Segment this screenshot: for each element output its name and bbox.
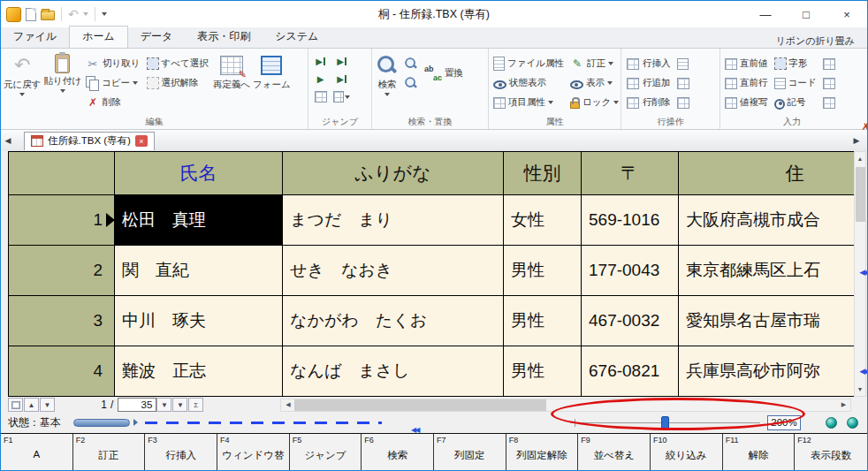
cell-name[interactable]: 関 直紀	[115, 246, 283, 296]
fkey-f1[interactable]: F1 A	[1, 434, 73, 471]
tab-close-button[interactable]: ×	[135, 135, 148, 147]
scroll-left-button[interactable]: ◀	[281, 399, 294, 411]
file-attributes-button[interactable]: ファイル属性	[491, 56, 566, 72]
fkey-f6[interactable]: F6 検索	[362, 434, 434, 471]
prev-row-button[interactable]: 直前行	[723, 75, 770, 91]
cell-address[interactable]: 東京都練馬区上石	[679, 246, 855, 296]
fkey-f12[interactable]: F12 表示段数	[795, 434, 867, 471]
cell-name[interactable]: 難波 正志	[115, 346, 283, 397]
fkey-f9[interactable]: F9 並べ替え	[578, 434, 651, 471]
cell-address[interactable]: 愛知県名古屋市瑞	[679, 296, 855, 346]
paste-button[interactable]: 貼り付け	[44, 51, 82, 93]
rowops-extra-3-button[interactable]	[675, 95, 691, 110]
prev-value-button[interactable]: 直前値	[723, 56, 770, 72]
code-button[interactable]: コード	[773, 75, 819, 91]
close-button[interactable]: ×	[826, 1, 867, 27]
cell-kana[interactable]: なんば まさし	[283, 346, 504, 397]
cell-gender[interactable]: 男性	[504, 246, 582, 296]
row-append-button[interactable]: + 行追加	[624, 75, 673, 91]
form-button[interactable]: フォーム	[253, 51, 291, 91]
split-marker-icon[interactable]: ◀◀	[859, 367, 866, 376]
delete-button[interactable]: ✗ 削除	[84, 95, 142, 110]
fkey-f7[interactable]: F7 列固定	[434, 434, 506, 471]
open-file-icon[interactable]	[41, 11, 55, 20]
display-button[interactable]: 表示	[568, 75, 621, 91]
cell-name-selected[interactable]: 松田 真理	[115, 195, 283, 246]
cell-zip[interactable]: 569-1016	[582, 195, 679, 246]
fkey-f11[interactable]: F11 解除	[723, 434, 796, 471]
total-rows-box[interactable]: 35	[118, 398, 156, 412]
deselect-button[interactable]: 選択解除	[145, 75, 210, 91]
select-all-button[interactable]: すべて選択	[145, 56, 210, 72]
row-number-cell[interactable]: 1	[9, 195, 115, 246]
scroll-right-button[interactable]: ▶	[837, 399, 850, 411]
header-kana[interactable]: ふりがな	[283, 152, 504, 195]
cell-gender[interactable]: 男性	[504, 346, 582, 397]
value-copy-button[interactable]: 値複写	[723, 95, 770, 110]
toolbar-customize-caret-icon[interactable]	[102, 12, 107, 16]
row-delete-button[interactable]: ✗ 行削除	[624, 95, 673, 110]
app-icon[interactable]	[6, 7, 21, 22]
split-marker-icon[interactable]: ◀◀	[859, 268, 866, 277]
search-prev-button[interactable]	[402, 75, 420, 91]
undo-quick-icon[interactable]: ↶	[68, 8, 79, 20]
new-file-icon[interactable]	[26, 8, 36, 21]
horizontal-scrollbar[interactable]: ◀ ▶	[280, 399, 851, 412]
cell-zip[interactable]: 467-0032	[582, 296, 679, 346]
cell-kana[interactable]: まつだ まり	[283, 195, 504, 246]
tab-scroll-left-button[interactable]: ◀	[1, 136, 15, 145]
undo-caret-icon[interactable]	[83, 12, 88, 16]
sum-button[interactable]: Σ	[188, 398, 203, 412]
cut-button[interactable]: ✂ 切り取り	[84, 56, 142, 72]
replace-button[interactable]: ab ac 置換	[423, 56, 465, 91]
zoom-slider-thumb[interactable]	[661, 416, 669, 429]
vertical-scrollbar-thumb[interactable]	[856, 167, 865, 222]
fkey-f5[interactable]: F5 ジャンプ	[290, 434, 362, 471]
row-jump-dropdown-button[interactable]: ▼	[172, 398, 187, 412]
input-extra-2-button[interactable]	[821, 75, 837, 91]
document-tab[interactable]: 住所録.TBX (専有) ×	[24, 132, 155, 150]
horizontal-scrollbar-thumb[interactable]	[294, 399, 546, 411]
undo-button[interactable]: ↶ 元に戻す	[4, 51, 42, 96]
cell-gender[interactable]: 女性	[504, 195, 582, 246]
zoom-slider[interactable]	[570, 415, 760, 430]
cell-name[interactable]: 中川 琢夫	[115, 296, 283, 346]
row-number-cell[interactable]: 2	[9, 246, 115, 296]
cell-zip[interactable]: 676-0821	[582, 346, 679, 397]
correct-button[interactable]: ✎ 訂正	[568, 56, 621, 72]
fkey-f4[interactable]: F4 ウィンドウ替	[217, 434, 290, 471]
input-extra-3-button[interactable]	[821, 95, 837, 110]
row-select-dropdown-button[interactable]: ▼	[156, 398, 171, 412]
search-next-button[interactable]	[402, 56, 420, 72]
jump-first-row-button[interactable]: ▶	[311, 54, 330, 69]
nav-grid-button[interactable]	[8, 398, 23, 412]
fkey-f2[interactable]: F2 訂正	[73, 434, 146, 471]
header-name[interactable]: 氏名	[115, 152, 283, 195]
jump-goto-button[interactable]	[311, 89, 330, 104]
nav-down-button[interactable]: ▼	[40, 398, 55, 412]
cell-address[interactable]: 兵庫県高砂市阿弥	[679, 346, 855, 397]
tab-scroll-right-button[interactable]: ▶	[849, 136, 864, 145]
jump-prev-button[interactable]: ▶	[311, 72, 330, 87]
symbol-button[interactable]: 記号	[773, 95, 819, 110]
tab-system[interactable]: システム	[263, 27, 331, 48]
header-gender[interactable]: 性別	[504, 152, 582, 195]
cell-gender[interactable]: 男性	[504, 296, 582, 346]
tab-home[interactable]: ホーム	[69, 26, 128, 49]
jump-next-button[interactable]: ▶	[332, 72, 351, 87]
cell-kana[interactable]: なかがわ たくお	[283, 296, 504, 346]
header-zip[interactable]: 〒	[582, 152, 679, 195]
maximize-button[interactable]: □	[786, 1, 826, 27]
fkey-f10[interactable]: F10 絞り込み	[651, 434, 723, 471]
zoom-level-box[interactable]: 200%	[767, 415, 801, 430]
tab-view-print[interactable]: 表示・印刷	[185, 27, 263, 48]
row-number-cell[interactable]: 4	[9, 346, 115, 397]
lock-button[interactable]: ロック	[568, 95, 621, 110]
item-attributes-button[interactable]: 項目属性	[491, 95, 566, 110]
fkey-f3[interactable]: F3 行挿入	[145, 434, 217, 471]
input-extra-1-button[interactable]	[821, 56, 837, 72]
row-number-cell[interactable]: 3	[9, 296, 115, 346]
minimize-button[interactable]: —	[745, 1, 786, 27]
copy-button[interactable]: コピー	[84, 75, 142, 91]
tab-data[interactable]: データ	[128, 27, 186, 48]
